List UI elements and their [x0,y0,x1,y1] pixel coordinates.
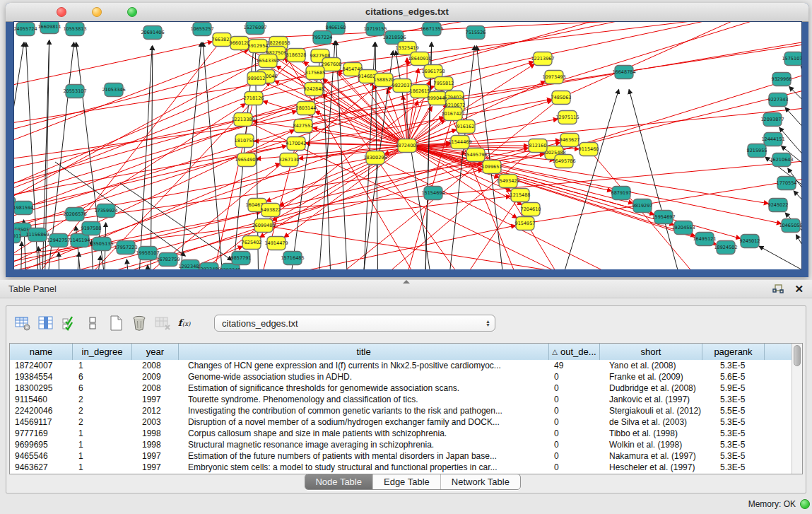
graph-node[interactable]: 1099651 [482,160,502,174]
network-canvas[interactable]: 2405572416609811105538132069140610655257… [14,22,801,269]
table-row[interactable]: 1872400712008Changes of HCN gene express… [10,360,792,371]
graph-node[interactable]: 12093877 [760,113,784,127]
graph-node[interactable]: 12942757 [47,234,70,247]
new-column-icon[interactable] [107,314,125,332]
graph-node[interactable]: 15276097 [243,22,266,35]
graph-node[interactable]: 10553813 [63,23,86,36]
graph-node[interactable]: 20691406 [141,26,164,40]
column-header-in_degree[interactable]: in_degree [73,344,132,360]
graph-node[interactable]: 7485063 [551,91,572,105]
graph-node[interactable]: 9197588 [81,222,102,235]
graph-node[interactable]: 17957223 [114,241,137,255]
graph-node[interactable]: 916162 [457,120,475,134]
zoom-window-button[interactable] [127,7,137,17]
graph-node[interactable]: 2718126 [244,92,264,105]
graph-node[interactable]: 3267130 [279,153,300,167]
graph-node[interactable]: 9115460 [579,143,599,156]
graph-node[interactable]: 812160 [529,139,547,153]
graph-node[interactable]: 989012 [247,72,266,86]
graph-node[interactable]: 9242848 [304,83,324,96]
table-row[interactable]: 977716911998Corpus callosum shape and si… [10,428,792,439]
graph-node[interactable]: 12213389 [231,113,254,127]
column-header-short[interactable]: short [600,344,702,360]
graph-node[interactable]: 19204553 [671,221,695,235]
graph-node[interactable]: 12975115 [555,111,579,124]
graph-node[interactable]: 9245012 [740,235,760,248]
graph-node[interactable]: 1810755 [235,134,255,148]
graph-node[interactable]: 3175685 [305,66,326,80]
graph-node[interactable]: 8427552 [293,119,314,133]
tab-edge-table[interactable]: Edge Table [373,474,441,489]
close-window-button[interactable] [57,7,66,17]
network-window-titlebar[interactable]: citations_edges.txt [6,3,808,22]
tab-network-table[interactable]: Network Table [441,474,520,489]
graph-node[interactable]: 3915911 [14,230,21,243]
column-header-year[interactable]: year [132,344,179,360]
graph-node[interactable]: 15716485 [281,252,304,265]
graph-node[interactable]: 20206576 [63,208,86,221]
select-rows-icon[interactable] [60,314,78,332]
graph-node[interactable]: 16210643 [770,153,793,167]
graph-node[interactable]: 1588520 [374,74,394,87]
graph-node[interactable]: 9329966 [772,73,792,86]
table-mode-icon[interactable] [13,314,32,332]
graph-node[interactable]: 5912954 [248,40,269,53]
table-selector-dropdown[interactable]: citations_edges.txt ▲▼ [214,315,495,332]
graph-node[interactable]: 24055724 [14,23,37,36]
graph-node[interactable]: 9819297 [632,199,653,213]
graph-node[interactable]: 20553107 [63,85,86,98]
graph-node[interactable]: 16648784 [612,66,635,79]
graph-node[interactable]: 11544469 [448,136,471,149]
show-columns-icon[interactable] [37,314,55,332]
graph-node[interactable]: 15154694 [421,187,445,200]
graph-node[interactable]: 16543392 [256,54,279,68]
graph-node[interactable]: 10167427 [441,107,464,121]
graph-node[interactable]: 16495786 [552,155,575,168]
graph-node[interactable]: 12213967 [531,52,554,66]
graph-node[interactable]: 7955812 [434,77,454,90]
graph-node[interactable]: 1981594 [14,201,33,215]
graph-node[interactable]: 10465058 [779,219,801,233]
graph-node[interactable]: 9857791 [231,252,252,265]
graph-node[interactable]: 7204610 [521,203,541,216]
graph-node[interactable]: 12444151 [761,133,784,146]
column-header-name[interactable]: name [10,344,73,360]
graph-hub-node[interactable]: 18724007 [395,139,418,153]
row-height-icon[interactable] [83,314,102,332]
graph-node[interactable]: 26099489 [252,219,275,233]
graph-node[interactable]: 7957224 [312,31,333,45]
graph-node[interactable]: 14914479 [264,237,288,250]
vertical-scrollbar[interactable] [792,344,802,474]
graph-node[interactable]: 16961758 [421,65,445,78]
table-row[interactable]: 969969511998Structural magnetic resonanc… [10,439,792,450]
graph-node[interactable]: 1770554 [777,177,797,190]
graph-node[interactable]: 1145194 [70,234,90,247]
table-row[interactable]: 946362711997Embryonic stem cells: a mode… [10,462,792,473]
graph-node[interactable]: 15493422 [496,175,519,188]
scrollbar-thumb[interactable] [794,345,801,366]
graph-node[interactable]: 11156869 [25,228,49,242]
delete-column-icon[interactable] [130,314,148,332]
panel-resize-handle[interactable] [403,280,410,284]
graph-node[interactable]: 15954697 [652,211,675,224]
graph-node[interactable]: 19654903 [235,153,258,167]
graph-node[interactable]: 8186328 [286,49,307,62]
delete-table-icon[interactable] [153,314,172,332]
table-row[interactable]: 1830029562008Estimation of significance … [10,382,792,394]
graph-node[interactable]: 18640910 [408,52,431,66]
graph-node[interactable]: 7625402 [242,236,262,250]
graph-node[interactable]: 9245022 [768,199,789,212]
graph-node[interactable]: 16671355 [420,23,443,36]
graph-node[interactable]: 15495796 [464,148,487,162]
column-header-pagerank[interactable]: pagerank [702,344,765,360]
graph-node[interactable]: 16782759 [156,253,180,267]
graph-node[interactable]: 6879197 [611,187,632,200]
table-row[interactable]: 1938455462009Genome-wide association stu… [10,371,792,382]
graph-node[interactable]: 12923489 [197,263,220,270]
graph-node[interactable]: 13505135 [90,238,113,251]
table-row[interactable]: 911546021997Tourette syndrome. Phenomeno… [10,394,792,405]
close-panel-icon[interactable]: ✕ [794,284,804,295]
table-row[interactable]: 946554611997Estimation of the future num… [10,450,792,462]
graph-node[interactable]: 16609811 [37,22,61,34]
graph-node[interactable]: 2803144 [296,102,317,115]
